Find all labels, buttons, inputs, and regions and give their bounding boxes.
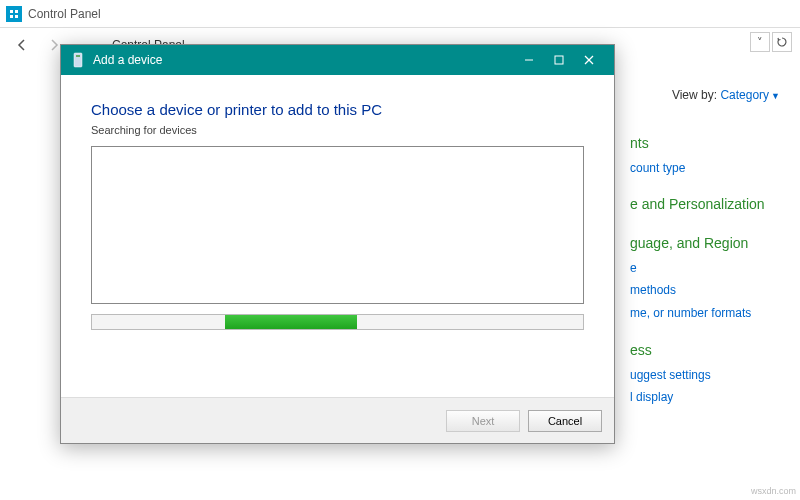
device-results-box[interactable] [91, 146, 584, 304]
progress-bar [91, 314, 584, 330]
progress-chunk [225, 315, 358, 329]
svg-rect-3 [15, 15, 18, 18]
category-heading[interactable]: nts [630, 130, 765, 157]
dialog-footer: Next Cancel [61, 397, 614, 443]
category-link[interactable]: count type [630, 157, 765, 180]
dialog-heading: Choose a device or printer to add to thi… [91, 101, 584, 118]
view-by-mode[interactable]: Category [720, 88, 769, 102]
dialog-body: Choose a device or printer to add to thi… [61, 75, 614, 304]
close-button[interactable] [574, 46, 604, 74]
cancel-button[interactable]: Cancel [528, 410, 602, 432]
svg-rect-9 [76, 55, 80, 57]
svg-rect-4 [95, 39, 99, 43]
back-button[interactable] [10, 33, 34, 57]
category-heading[interactable]: ess [630, 337, 765, 364]
control-panel-icon [6, 6, 22, 22]
watermark: wsxdn.com [751, 486, 796, 496]
view-by-control: View by: Category▼ [672, 88, 780, 102]
category-heading[interactable]: e and Personalization [630, 191, 765, 218]
category-link[interactable]: e [630, 257, 765, 280]
next-button: Next [446, 410, 520, 432]
category-heading[interactable]: guage, and Region [630, 230, 765, 257]
category-link[interactable]: me, or number formats [630, 302, 765, 325]
add-device-dialog: Add a device Choose a device or printer … [60, 44, 615, 444]
svg-rect-11 [555, 56, 563, 64]
category-link[interactable]: methods [630, 279, 765, 302]
view-by-label: View by: [672, 88, 717, 102]
dialog-title: Add a device [93, 53, 514, 67]
minimize-button[interactable] [514, 46, 544, 74]
chevron-down-icon[interactable]: ▼ [771, 91, 780, 101]
dialog-subtext: Searching for devices [91, 124, 584, 136]
category-link[interactable]: l display [630, 386, 765, 409]
svg-rect-1 [15, 10, 18, 13]
parent-window-titlebar: Control Panel [0, 0, 800, 28]
refresh-button[interactable] [772, 32, 792, 52]
svg-rect-2 [10, 15, 13, 18]
category-link[interactable]: uggest settings [630, 364, 765, 387]
maximize-button[interactable] [544, 46, 574, 74]
svg-rect-5 [102, 39, 106, 43]
address-dropdown[interactable]: ˅ [750, 32, 770, 52]
dialog-titlebar: Add a device [61, 45, 614, 75]
device-icon [71, 52, 85, 68]
svg-rect-0 [10, 10, 13, 13]
category-list: nts count type e and Personalization gua… [630, 130, 765, 409]
parent-window-title: Control Panel [28, 7, 101, 21]
